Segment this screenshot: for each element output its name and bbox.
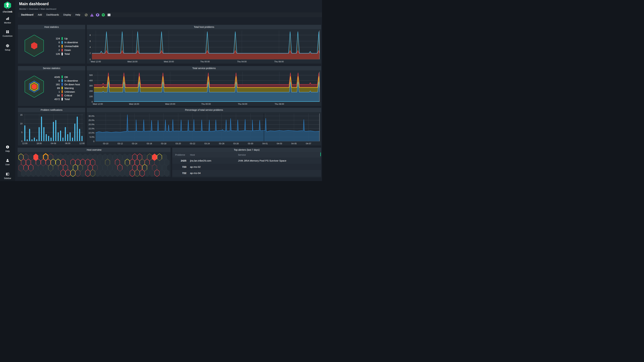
total-service-problems-chart: 0100200300400500Wed 12:00Wed 16:00Wed 20… bbox=[87, 70, 321, 106]
globe-icon[interactable] bbox=[84, 13, 88, 17]
stat-row-ok[interactable]: 4245OK bbox=[50, 75, 80, 79]
stat-row-down[interactable]: 2Down bbox=[50, 48, 79, 52]
menu-item-help[interactable]: Help bbox=[73, 13, 82, 16]
stat-row-unreachable[interactable]: 0Unreachable bbox=[50, 44, 79, 48]
cell-problems: 722 bbox=[172, 172, 186, 174]
panel-problem-notifications: Problem notifications 05101512:0018:0004… bbox=[18, 108, 85, 145]
stat-value: 126 bbox=[50, 52, 60, 55]
panel-total-host-problems: Total host problems 02468Wed 12:00Wed 16… bbox=[87, 25, 321, 63]
warning-icon[interactable] bbox=[90, 13, 94, 17]
stat-value: 0 bbox=[50, 41, 60, 44]
panel-total-service-problems: Total service problems 0100200300400500W… bbox=[87, 66, 321, 106]
customize-icon bbox=[6, 31, 10, 34]
panel-title-host-statistics: Host statistics bbox=[18, 25, 85, 29]
cell-problems: 2425 bbox=[172, 159, 186, 162]
stat-color-pill bbox=[62, 52, 63, 55]
checkmk-hexagon-arrow-icon bbox=[4, 7, 11, 10]
svg-text:100: 100 bbox=[89, 95, 93, 98]
checkmk-icon[interactable] bbox=[96, 13, 100, 17]
svg-text:30.0%: 30.0% bbox=[88, 115, 94, 117]
window-icon[interactable] bbox=[107, 13, 111, 17]
stat-color-pill bbox=[62, 86, 63, 89]
menu-item-display[interactable]: Display bbox=[61, 13, 73, 16]
cell-host[interactable]: ap-ms-04 bbox=[190, 172, 238, 174]
svg-text:500: 500 bbox=[89, 74, 93, 76]
cell-host[interactable]: ap-ms-02 bbox=[190, 165, 238, 168]
svg-text:2: 2 bbox=[90, 52, 91, 54]
panel-percentage-service-problems: Percentage of total service problems 05.… bbox=[87, 108, 321, 145]
stat-value: 89 bbox=[50, 87, 60, 89]
svg-text:400: 400 bbox=[89, 79, 93, 82]
svg-text:03-22: 03-22 bbox=[190, 142, 195, 145]
menubar: DashboardAddDashboardsDisplayHelp bbox=[18, 12, 322, 17]
stat-label: Total bbox=[64, 98, 70, 100]
svg-text:04-07: 04-07 bbox=[306, 142, 311, 145]
svg-text:8: 8 bbox=[90, 34, 91, 36]
panel-top-alerters: Top alerters (last 7 days) ProblemeHostS… bbox=[172, 148, 321, 177]
menu-items: DashboardAddDashboardsDisplayHelp bbox=[19, 12, 82, 17]
sidebar-item-customize[interactable]: Customize bbox=[0, 30, 15, 37]
page-title: Main dashboard bbox=[19, 2, 49, 6]
stat-row-critical[interactable]: 56Critical bbox=[50, 93, 80, 97]
stat-row-total[interactable]: 4572Total bbox=[50, 97, 80, 101]
menu-icons bbox=[83, 13, 112, 17]
sidebar-item-user[interactable]: User bbox=[0, 159, 15, 166]
host-overview-hexgrid[interactable] bbox=[18, 152, 170, 177]
svg-text:Wed 20:00: Wed 20:00 bbox=[164, 60, 174, 63]
panel-title-problem-notifications: Problem notifications bbox=[18, 108, 85, 112]
stat-row-in-downtime[interactable]: 0In downtime bbox=[50, 40, 79, 44]
menu-item-dashboard[interactable]: Dashboard bbox=[19, 13, 36, 16]
svg-text:0: 0 bbox=[21, 140, 22, 142]
stat-value: 0 bbox=[50, 79, 60, 82]
cell-problems: 723 bbox=[172, 165, 186, 168]
cell-service[interactable]: JVM JIRA Memory Pool PS Survivor Space bbox=[238, 159, 321, 162]
table-row[interactable]: 723ap-ms-02 bbox=[172, 164, 321, 170]
table-row[interactable]: 2425jira.lan.tribe29.comJVM JIRA Memory … bbox=[172, 158, 321, 164]
column-header-host[interactable]: Host bbox=[190, 153, 238, 156]
sidebar-item-monitor[interactable]: Monitor bbox=[0, 17, 15, 24]
stat-value: 4572 bbox=[50, 98, 60, 100]
host-hexagon[interactable] bbox=[25, 35, 44, 57]
menu-item-dashboards[interactable]: Dashboards bbox=[44, 13, 61, 16]
table-header: ProblemeHostService bbox=[172, 152, 321, 158]
stat-color-pill bbox=[62, 97, 63, 100]
sidebar-item-sidebar[interactable]: Sidebar bbox=[0, 172, 15, 179]
svg-text:06:00: 06:00 bbox=[65, 142, 70, 145]
stat-label: OK bbox=[64, 76, 68, 78]
stat-color-pill bbox=[62, 94, 63, 97]
stat-row-in-downtime[interactable]: 0In downtime bbox=[50, 79, 80, 82]
stat-row-warning[interactable]: 89Warning bbox=[50, 86, 80, 90]
service-statistics-list: 4245OK0In downtime181On down host89Warni… bbox=[50, 75, 80, 106]
svg-text:03-24: 03-24 bbox=[204, 142, 210, 145]
menu-item-add[interactable]: Add bbox=[36, 13, 44, 16]
svg-text:25.0%: 25.0% bbox=[88, 119, 94, 121]
stat-value: 0 bbox=[50, 45, 60, 48]
panel-title-host-overview: Host overview bbox=[18, 148, 170, 152]
sidebar-item-help[interactable]: Help bbox=[0, 145, 15, 152]
stat-row-total[interactable]: 126Total bbox=[50, 52, 79, 56]
checkmk-logo[interactable]: checkmk bbox=[0, 1, 15, 13]
stat-row-unknown[interactable]: 1Unknown bbox=[50, 90, 80, 93]
service-hexagon[interactable] bbox=[25, 76, 44, 97]
stat-color-pill bbox=[62, 90, 63, 93]
svg-text:03-12: 03-12 bbox=[118, 142, 123, 145]
stat-row-up[interactable]: 124Up bbox=[50, 36, 79, 40]
table-row[interactable]: 722ap-ms-04 bbox=[172, 170, 321, 176]
svg-text:12:00: 12:00 bbox=[79, 142, 84, 145]
stat-label: Total bbox=[64, 52, 70, 55]
svg-text:03-26: 03-26 bbox=[219, 142, 224, 145]
host-hexagon-critical-outline bbox=[85, 170, 90, 177]
column-header-service[interactable]: Service bbox=[238, 153, 321, 156]
sidebar-item-setup[interactable]: Setup bbox=[0, 44, 15, 51]
checkmk-main-dashboard: checkmk MonitorCustomizeSetup HelpUserSi… bbox=[0, 0, 322, 181]
host-statistics-list: 124Up0In downtime0Unreachable2Down126Tot… bbox=[50, 36, 79, 63]
cell-host[interactable]: jira.lan.tribe29.com bbox=[190, 159, 238, 162]
filter-icon[interactable] bbox=[102, 13, 105, 17]
column-header-probleme[interactable]: Probleme bbox=[172, 153, 186, 156]
panel-title-total-host-problems: Total host problems bbox=[87, 25, 321, 29]
stat-row-on-down-host[interactable]: 181On down host bbox=[50, 82, 80, 86]
svg-text:Thu 04:00: Thu 04:00 bbox=[237, 60, 246, 63]
svg-text:0: 0 bbox=[93, 140, 94, 143]
svg-text:5.0%: 5.0% bbox=[90, 136, 94, 138]
svg-text:15.0%: 15.0% bbox=[88, 128, 94, 130]
